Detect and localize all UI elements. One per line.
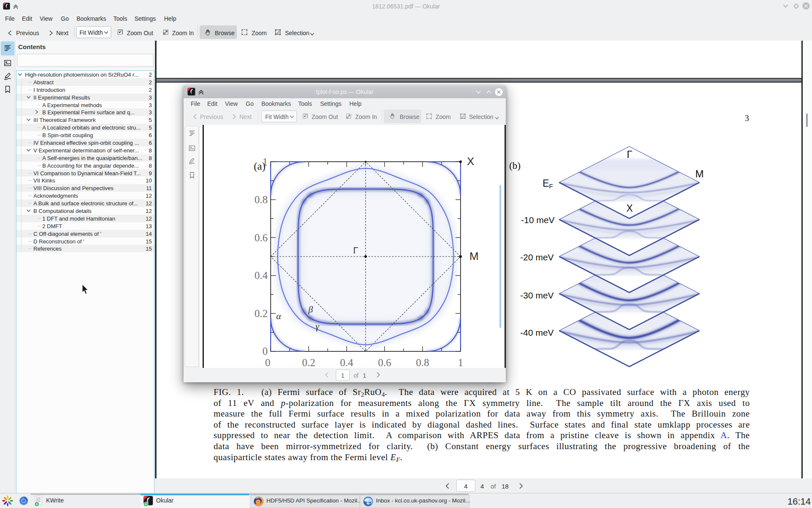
svg-text:0.8: 0.8 xyxy=(255,194,268,205)
svg-text:0.4: 0.4 xyxy=(340,357,354,368)
svg-text:β: β xyxy=(308,304,313,315)
svg-text:Γ: Γ xyxy=(353,245,358,256)
svg-text:0.8: 0.8 xyxy=(416,357,429,368)
svg-text:M: M xyxy=(469,250,479,262)
svg-text:γ: γ xyxy=(315,321,320,331)
svg-text:0.2: 0.2 xyxy=(255,308,268,319)
svg-text:0.4: 0.4 xyxy=(255,270,268,281)
svg-text:0: 0 xyxy=(263,345,268,357)
svg-text:X: X xyxy=(467,155,474,168)
svg-text:0.6: 0.6 xyxy=(378,357,391,368)
svg-text:1: 1 xyxy=(458,357,464,368)
svg-text:0: 0 xyxy=(265,357,271,368)
svg-text:α: α xyxy=(276,311,281,321)
svg-text:0.2: 0.2 xyxy=(302,357,315,368)
svg-text:0.6: 0.6 xyxy=(255,232,268,243)
svg-text:(a): (a) xyxy=(254,160,266,172)
